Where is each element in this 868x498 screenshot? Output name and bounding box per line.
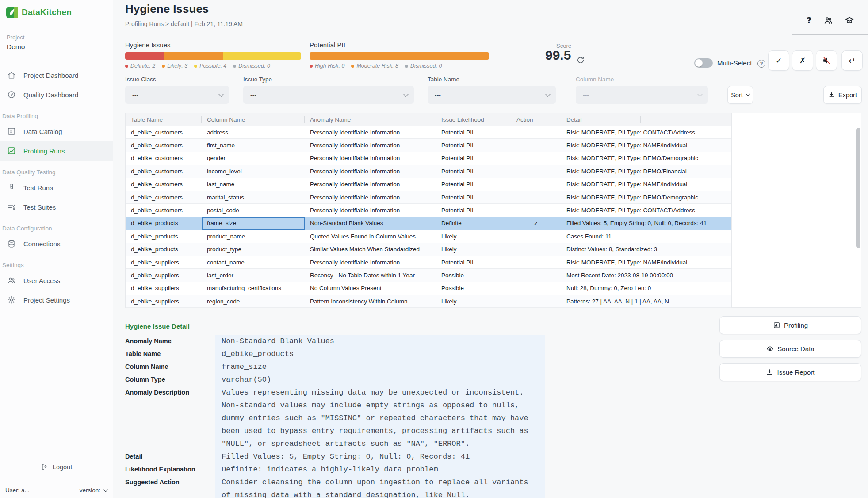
field-label: Column Type — [125, 373, 215, 386]
field-label: Anomaly Name — [125, 335, 215, 348]
acknowledge-button[interactable]: ✓ — [768, 50, 789, 71]
header-actions: ? — [807, 15, 854, 26]
table-row[interactable]: d_ebike_customersfirst_namePersonally Id… — [126, 139, 731, 152]
project-name: Demo — [0, 41, 113, 51]
column-name-select[interactable]: --- — [576, 86, 708, 104]
logout-icon — [41, 463, 48, 471]
legend-item: Definite: 2 — [125, 63, 155, 69]
page-title: Hygiene Issues — [125, 2, 209, 16]
bar-segment-likely — [164, 52, 223, 60]
table-row[interactable]: d_ebike_supplierslast_orderRecency - No … — [126, 269, 731, 282]
sidebar-item-project-settings[interactable]: Project Settings — [0, 290, 113, 310]
sidebar-item-label: Quality Dashboard — [23, 91, 78, 99]
cell-table-name: d_ebike_suppliers — [126, 269, 202, 281]
cell-detail: Risk: MODERATE, PII Type: NAME/Individua… — [561, 256, 731, 268]
field-value: varchar(50) — [215, 373, 545, 386]
sidebar-item-profiling-runs[interactable]: Profiling Runs — [0, 141, 113, 161]
table-scrollbar[interactable] — [856, 128, 860, 248]
table-row[interactable]: d_ebike_customerslast_namePersonally Ide… — [126, 178, 731, 191]
issue-class-value: --- — [132, 92, 138, 99]
table-row[interactable]: d_ebike_productsproduct_typeSimilar Valu… — [126, 243, 731, 256]
users-icon[interactable] — [823, 15, 833, 25]
sidebar-item-project-dashboard[interactable]: Project Dashboard — [0, 65, 113, 85]
undo-button[interactable]: ↵ — [841, 50, 863, 71]
field-value: frame_size — [215, 360, 545, 373]
help-icon[interactable]: ? — [807, 15, 812, 26]
sidebar-item-connections[interactable]: Connections — [0, 234, 113, 253]
cell-table-name: d_ebike_suppliers — [126, 282, 202, 295]
logout-button[interactable]: Logout — [0, 463, 113, 471]
x-icon: ✗ — [799, 56, 806, 65]
multi-select-toggle[interactable] — [694, 58, 713, 68]
table-row[interactable]: d_ebike_customersaddressPersonally Ident… — [126, 126, 731, 139]
issue-type-select[interactable]: --- — [243, 86, 414, 104]
multi-select-help-icon[interactable]: ? — [757, 60, 765, 68]
cell-detail: Risk: MODERATE, PII Type: NAME/Individua… — [561, 139, 731, 151]
graduation-cap-icon[interactable] — [845, 15, 854, 25]
mute-button[interactable] — [816, 50, 837, 71]
cell-action — [511, 191, 561, 203]
legend-dot — [162, 65, 165, 68]
cell-likelihood: Possible — [436, 269, 511, 281]
sidebar-item-quality-dashboard[interactable]: Quality Dashboard — [0, 85, 113, 104]
table-row[interactable]: d_ebike_supplierscontact_namePersonally … — [126, 256, 731, 269]
sidebar-item-data-catalog[interactable]: Data Catalog — [0, 122, 113, 141]
bar-chart-icon — [773, 322, 780, 329]
field-suggested-action: Suggested Action Consider cleansing the … — [125, 476, 545, 498]
column-header-detail: Detail — [561, 113, 641, 126]
cell-likelihood: Potential PII — [436, 165, 511, 177]
app-logo[interactable]: DataKitchen — [0, 0, 113, 18]
user-label: User: a... — [5, 487, 30, 494]
datakitchen-logo-icon — [6, 7, 18, 18]
cell-action — [511, 295, 561, 307]
table-row[interactable]: d_ebike_productsproduct_nameQuoted Value… — [126, 230, 731, 243]
sidebar-item-test-suites[interactable]: Test Suites — [0, 197, 113, 217]
field-label: Column Name — [125, 360, 215, 373]
cell-table-name: d_ebike_suppliers — [126, 295, 202, 307]
sidebar-footer: User: a... version: — [5, 487, 107, 494]
home-icon — [7, 71, 16, 80]
gauge-icon — [7, 90, 16, 99]
toggle-knob — [695, 59, 703, 67]
table-row[interactable]: d_ebike_customersincome_levelPersonally … — [126, 165, 731, 178]
issue-type-label: Issue Type — [243, 76, 272, 83]
issue-class-select[interactable]: --- — [125, 86, 229, 104]
column-header-filler — [641, 113, 731, 126]
table-row[interactable]: d_ebike_suppliersregion_codePattern Inco… — [126, 295, 731, 308]
refresh-icon[interactable] — [576, 56, 585, 65]
issue-report-button[interactable]: Issue Report — [719, 363, 861, 381]
legend-item: Dismissed: 0 — [233, 63, 270, 69]
sidebar-item-test-runs[interactable]: Test Runs — [0, 178, 113, 197]
cell-anomaly-name: Recency - No Table Dates within 1 Year — [305, 269, 436, 281]
cell-anomaly-name: Personally Identifiable Information — [305, 256, 436, 268]
cell-table-name: d_ebike_customers — [126, 165, 202, 177]
profiling-label: Profiling — [784, 322, 808, 329]
source-data-button[interactable]: Source Data — [719, 340, 861, 358]
project-label: Project — [0, 18, 113, 41]
export-button[interactable]: Export — [823, 86, 862, 104]
legend-dot — [310, 65, 313, 68]
issue-report-label: Issue Report — [777, 368, 814, 376]
table-row[interactable]: d_ebike_customersmarital_statusPersonall… — [126, 191, 731, 204]
cell-column-name: last_name — [202, 178, 305, 191]
cell-anomaly-name: Personally Identifiable Information — [305, 178, 436, 191]
cell-table-name: d_ebike_customers — [126, 191, 202, 203]
cell-likelihood: Likely — [436, 243, 511, 256]
table-row[interactable]: d_ebike_suppliersmanufacturing_certifica… — [126, 282, 731, 295]
dismiss-button[interactable]: ✗ — [792, 50, 813, 71]
table-row[interactable]: d_ebike_customersgenderPersonally Identi… — [126, 152, 731, 165]
cell-action — [511, 152, 561, 165]
sidebar-item-user-access[interactable]: User Access — [0, 271, 113, 290]
table-row-selected[interactable]: d_ebike_productsframe_sizeNon-Standard B… — [126, 217, 731, 230]
mute-icon — [822, 56, 831, 65]
table-body: d_ebike_customersaddressPersonally Ident… — [126, 126, 731, 308]
hygiene-issues-summary-title: Hygiene Issues — [125, 41, 171, 49]
version-toggle[interactable]: version: — [80, 487, 107, 494]
sort-button[interactable]: Sort — [727, 86, 753, 104]
table-name-select[interactable]: --- — [428, 86, 556, 104]
sidebar-item-label: Test Suites — [23, 203, 56, 211]
cell-column-name: postal_code — [202, 204, 305, 216]
profiling-button[interactable]: Profiling — [719, 316, 861, 334]
field-label: Detail — [125, 450, 215, 463]
table-row[interactable]: d_ebike_customerspostal_codePersonally I… — [126, 204, 731, 217]
